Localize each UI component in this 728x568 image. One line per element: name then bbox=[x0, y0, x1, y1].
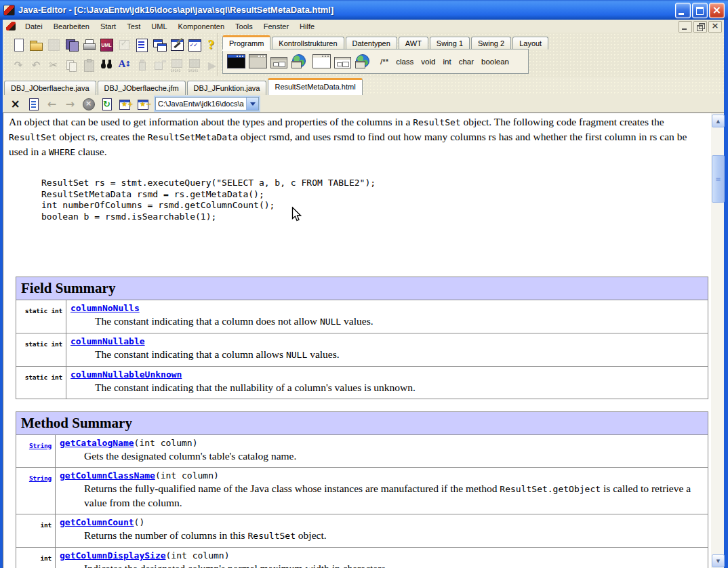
snippet-doc-comment[interactable]: /** bbox=[380, 58, 388, 66]
menu-item-datei[interactable]: Datei bbox=[20, 21, 48, 32]
menu-item-start[interactable]: Start bbox=[95, 21, 121, 32]
toolbar-row-2 bbox=[9, 56, 221, 75]
text-run: values. bbox=[341, 315, 373, 327]
hammer-window-icon[interactable] bbox=[169, 37, 185, 53]
maximize-button[interactable] bbox=[692, 3, 708, 18]
text-run: The constant indicating that the nullabi… bbox=[95, 382, 416, 393]
file-tab-dbj-joberflaeche-java[interactable]: DBJ_JOberflaeche.java bbox=[4, 81, 96, 95]
mdi-minimize-button[interactable] bbox=[679, 21, 692, 33]
snippet-char[interactable]: char bbox=[459, 58, 474, 66]
member-link-getcolumnclassname[interactable]: getColumnClassName bbox=[60, 470, 155, 481]
uml-icon[interactable] bbox=[99, 37, 115, 53]
bottle-icon bbox=[134, 58, 150, 73]
file-tabs: DBJ_JOberflaeche.javaDBJ_JOberflaeche.jf… bbox=[4, 78, 364, 95]
app-icon bbox=[3, 5, 15, 16]
stop-icon[interactable] bbox=[82, 98, 95, 110]
summary-row: StringgetColumnClassName(int column)Retu… bbox=[16, 468, 708, 514]
menu-item-komponenten[interactable]: Komponenten bbox=[173, 21, 230, 32]
member-link-columnnullableunknown[interactable]: columnNullableUnknown bbox=[70, 369, 182, 380]
address-input[interactable] bbox=[156, 98, 246, 110]
palette-tab-layout[interactable]: Layout bbox=[512, 37, 548, 49]
play-icon bbox=[205, 58, 220, 73]
clipboard-icon bbox=[81, 58, 97, 73]
dialog-window-icon[interactable] bbox=[270, 57, 287, 68]
palette-body: /**classvoidintcharboolean bbox=[222, 49, 529, 74]
palette-tab-swing-2[interactable]: Swing 2 bbox=[471, 37, 511, 49]
member-link-columnnullable[interactable]: columnNullable bbox=[70, 336, 145, 346]
mdi-restore-button[interactable] bbox=[693, 21, 707, 33]
remove-favorite-icon[interactable] bbox=[137, 98, 150, 110]
open-folder-icon[interactable] bbox=[28, 37, 44, 53]
console-window-icon[interactable] bbox=[227, 54, 245, 68]
jframe-window-icon[interactable] bbox=[312, 54, 331, 68]
member-link-getcolumndisplaysize[interactable]: getColumnDisplaySize bbox=[60, 550, 166, 561]
applet-globe-icon[interactable] bbox=[291, 54, 309, 68]
snippet-void[interactable]: void bbox=[421, 58, 435, 66]
add-favorite-icon[interactable] bbox=[119, 98, 132, 110]
member-description: Indicates the designated column's normal… bbox=[84, 562, 704, 568]
palette-tab-programm[interactable]: Programm bbox=[222, 35, 270, 49]
question-mark-icon[interactable] bbox=[205, 37, 220, 53]
scrollbar-thumb[interactable] bbox=[712, 155, 725, 203]
palette-tabs: ProgrammKontrollstrukturenDatentypenAWTS… bbox=[222, 35, 550, 49]
file-tab-resultsetmetadata-html[interactable]: ResultSetMetaData.html bbox=[268, 78, 362, 95]
text-run: ResultSet bbox=[413, 117, 460, 127]
minimize-button[interactable] bbox=[675, 3, 691, 18]
snippet-class[interactable]: class bbox=[396, 58, 413, 66]
binoculars-icon[interactable] bbox=[99, 58, 115, 73]
return-type-link[interactable]: String bbox=[29, 442, 52, 449]
snippet-boolean[interactable]: boolean bbox=[481, 58, 509, 66]
file-tab-dbj-joberflaeche-jfm[interactable]: DBJ_JOberflaeche.jfm bbox=[98, 81, 186, 95]
text-run: ResultSetMetaData bbox=[148, 132, 238, 142]
scroll-up-arrow-icon[interactable] bbox=[712, 115, 725, 127]
scroll-down-arrow-icon[interactable] bbox=[712, 554, 725, 567]
member-signature: (int column) bbox=[166, 550, 230, 561]
text-run: ResultSet bbox=[248, 531, 296, 541]
palette-tab-swing-1[interactable]: Swing 1 bbox=[430, 37, 470, 49]
text-run: Gets the designated column's table's cat… bbox=[84, 450, 296, 462]
field-summary-table: Field Summarystatic intcolumnNoNullsThe … bbox=[16, 277, 708, 399]
menu-item-fenster[interactable]: Fenster bbox=[258, 21, 294, 32]
palette-tab-kontrollstrukturen[interactable]: Kontrollstrukturen bbox=[272, 37, 344, 49]
font-size-icon[interactable] bbox=[117, 58, 132, 73]
blank-page-icon[interactable] bbox=[11, 37, 26, 53]
vertical-scrollbar[interactable] bbox=[711, 113, 724, 568]
checklist-window-icon[interactable] bbox=[187, 37, 203, 53]
box-arrow-icon bbox=[152, 58, 167, 73]
checkbox-icon bbox=[117, 37, 132, 53]
cascade-windows-icon[interactable] bbox=[152, 37, 167, 53]
menu-item-uml[interactable]: UML bbox=[146, 21, 172, 32]
text-run: NULL bbox=[320, 317, 341, 327]
menu-item-hilfe[interactable]: Hilfe bbox=[294, 21, 320, 32]
member-link-columnnonulls[interactable]: columnNoNulls bbox=[70, 303, 140, 313]
text-run: object. bbox=[296, 529, 327, 541]
list-window-icon[interactable] bbox=[134, 37, 150, 53]
member-link-getcatalogname[interactable]: getCatalogName bbox=[60, 438, 134, 448]
close-button[interactable] bbox=[709, 3, 725, 18]
menu-item-tools[interactable]: Tools bbox=[230, 21, 258, 32]
menu-item-test[interactable]: Test bbox=[121, 21, 146, 32]
method-summary-body: Method SummaryStringgetCatalogName(int c… bbox=[16, 412, 708, 568]
summary-row: static intcolumnNullableUnknownThe const… bbox=[16, 367, 708, 399]
modifier-text: static int bbox=[25, 307, 62, 315]
mdi-close-button[interactable] bbox=[708, 21, 722, 33]
close-x-icon[interactable] bbox=[9, 98, 22, 110]
stacked-windows-icon[interactable] bbox=[64, 37, 79, 53]
printer-icon[interactable] bbox=[81, 37, 97, 53]
menu-item-bearbeiten[interactable]: Bearbeiten bbox=[48, 21, 95, 32]
member-link-getcolumncount[interactable]: getColumnCount bbox=[60, 517, 134, 527]
return-type-link[interactable]: String bbox=[29, 474, 52, 482]
summary-title: Field Summary bbox=[16, 277, 708, 300]
document-icon[interactable] bbox=[27, 98, 40, 110]
file-tab-dbj-jfunktion-java[interactable]: DBJ_JFunktion.java bbox=[187, 81, 267, 95]
summary-header-row: Method Summary bbox=[16, 412, 708, 435]
jdialog-window-icon[interactable] bbox=[334, 57, 351, 68]
refresh-icon[interactable] bbox=[100, 98, 113, 110]
frame-window-icon[interactable] bbox=[249, 54, 267, 68]
file-tab-bar: DBJ_JOberflaeche.javaDBJ_JOberflaeche.jf… bbox=[3, 77, 724, 95]
japplet-globe-icon[interactable] bbox=[355, 54, 373, 68]
snippet-int[interactable]: int bbox=[443, 58, 451, 66]
dropdown-arrow-icon[interactable] bbox=[246, 98, 258, 110]
palette-tab-datentypen[interactable]: Datentypen bbox=[346, 37, 397, 49]
palette-tab-awt[interactable]: AWT bbox=[399, 37, 428, 49]
